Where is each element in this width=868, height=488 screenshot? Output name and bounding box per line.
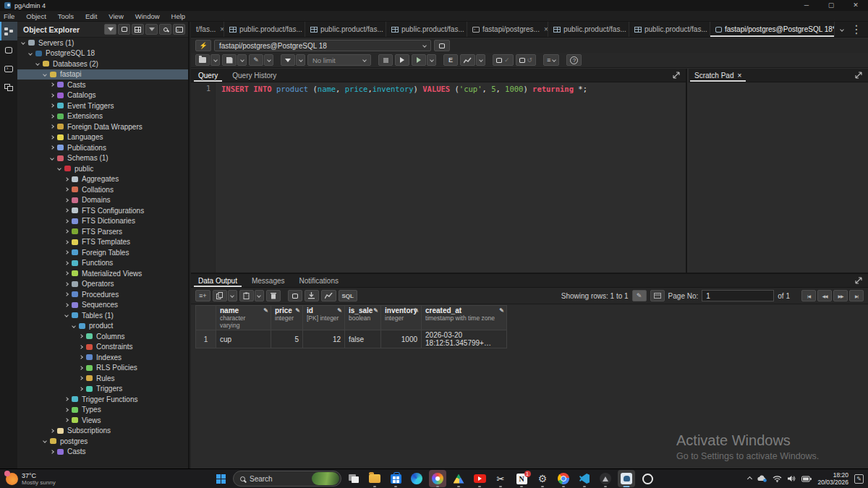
- query-tool-icon[interactable]: [0, 40, 17, 59]
- query-tool-icon[interactable]: [118, 24, 130, 35]
- copy-menu-button[interactable]: [228, 290, 237, 301]
- tree-item-extensions[interactable]: Extensions: [17, 111, 188, 122]
- tab-menu-icon[interactable]: ⋮: [851, 22, 862, 36]
- column-header-is_sale[interactable]: is_saleboolean✎: [345, 306, 381, 330]
- last-page-button[interactable]: ▶|: [849, 290, 864, 301]
- paste-button[interactable]: [239, 290, 254, 301]
- tree-item-fts-configurations[interactable]: FTS Configurations: [17, 205, 188, 216]
- tree-expander-icon[interactable]: [50, 114, 54, 119]
- rollback-button[interactable]: ↺: [516, 54, 537, 66]
- tree-expander-icon[interactable]: [50, 135, 54, 140]
- paste-menu-button[interactable]: [255, 290, 264, 301]
- tree-item-materialized-views[interactable]: Materialized Views: [17, 268, 188, 279]
- tray-overflow-icon[interactable]: [747, 476, 752, 481]
- tree-expander-icon[interactable]: [64, 187, 69, 192]
- tree-expander-icon[interactable]: [64, 271, 69, 275]
- expand-icon[interactable]: [855, 69, 862, 82]
- tree-expander-icon[interactable]: [64, 397, 69, 401]
- tree-item-foreign-tables[interactable]: Foreign Tables: [17, 247, 188, 258]
- microsoft-store-icon[interactable]: [387, 470, 404, 487]
- cell-id[interactable]: 12: [303, 330, 345, 348]
- edit-column-icon[interactable]: ✎: [337, 307, 342, 314]
- tree-expander-icon[interactable]: [21, 40, 25, 45]
- tree-expander-icon[interactable]: [28, 51, 33, 56]
- query-tool-tab-5[interactable]: public.product/fas...×: [548, 22, 629, 37]
- open-file-menu-button[interactable]: [210, 54, 220, 66]
- row-limit-select[interactable]: No limit: [307, 54, 371, 66]
- tree-item-indexes[interactable]: Indexes: [17, 352, 188, 363]
- query-tool-tab-0[interactable]: t/fas...×: [191, 22, 224, 37]
- google-drive-icon[interactable]: [450, 470, 467, 487]
- tree-expander-icon[interactable]: [64, 418, 69, 422]
- tab-query[interactable]: Query: [191, 69, 225, 82]
- page-number-input[interactable]: [702, 290, 774, 301]
- tree-expander-icon[interactable]: [64, 292, 69, 296]
- tree-expander-icon[interactable]: [43, 439, 47, 443]
- psql-tool-icon[interactable]: [0, 59, 17, 78]
- tree-item-sequences[interactable]: Sequences: [17, 300, 188, 311]
- tree-item-rules[interactable]: Rules: [17, 373, 188, 384]
- open-file-button[interactable]: [195, 54, 210, 66]
- tree-item-servers-1-[interactable]: Servers (1): [17, 38, 188, 48]
- tree-expander-icon[interactable]: [79, 387, 83, 391]
- save-menu-button[interactable]: [237, 54, 247, 66]
- menu-edit[interactable]: Edit: [80, 11, 103, 22]
- commit-button[interactable]: ✓: [493, 54, 514, 66]
- tree-expander-icon[interactable]: [50, 145, 54, 150]
- execute-options-button[interactable]: [427, 54, 436, 66]
- graph-visualiser-button[interactable]: [321, 290, 336, 301]
- explain-analyze-button[interactable]: [460, 54, 475, 66]
- tree-expander-icon[interactable]: [57, 166, 61, 171]
- explain-button[interactable]: E: [443, 54, 458, 66]
- help-button[interactable]: ?: [566, 54, 582, 66]
- task-view-icon[interactable]: [345, 470, 362, 487]
- macros-button[interactable]: ≡: [543, 54, 559, 66]
- edit-menu-button[interactable]: [264, 54, 273, 66]
- tree-item-aggregates[interactable]: Aggregates: [17, 174, 188, 185]
- tree-expander-icon[interactable]: [72, 324, 76, 328]
- query-tool-tab-1[interactable]: public.product/fas...×: [224, 22, 305, 37]
- wifi-icon[interactable]: [773, 475, 782, 482]
- tree-item-schemas-1-[interactable]: Schemas (1): [17, 153, 188, 164]
- save-data-button[interactable]: [288, 290, 302, 301]
- tree-expander-icon[interactable]: [43, 72, 47, 77]
- tree-expander-icon[interactable]: [50, 156, 54, 160]
- cancel-query-button[interactable]: [378, 54, 393, 66]
- close-button[interactable]: ✕: [843, 0, 868, 11]
- tree-item-trigger-functions[interactable]: Trigger Functions: [17, 394, 188, 405]
- first-page-button[interactable]: |◀: [801, 290, 816, 301]
- tree-expander-icon[interactable]: [64, 408, 69, 412]
- tree-expander-icon[interactable]: [64, 303, 69, 307]
- sql-editor[interactable]: 1 INSERT INTO product (name, price,inven…: [191, 82, 686, 273]
- table-row[interactable]: 1cup512false10002026-03-20 18:12:51.3457…: [196, 330, 507, 348]
- onedrive-icon[interactable]: [757, 475, 767, 482]
- object-explorer-icon[interactable]: [0, 22, 17, 40]
- download-button[interactable]: [305, 290, 319, 301]
- menu-view[interactable]: View: [103, 11, 129, 22]
- tab-notifications[interactable]: Notifications: [292, 274, 346, 287]
- tree-item-views[interactable]: Views: [17, 415, 188, 426]
- copy-button[interactable]: [213, 290, 227, 301]
- execute-button[interactable]: [395, 54, 409, 66]
- notion-icon[interactable]: N1: [513, 470, 530, 487]
- schema-diff-icon[interactable]: [0, 78, 17, 97]
- show-sql-button[interactable]: SQL: [339, 290, 357, 301]
- edge-icon[interactable]: [408, 470, 425, 487]
- tree-expander-icon[interactable]: [50, 82, 54, 87]
- tree-expander-icon[interactable]: [64, 198, 69, 202]
- save-button[interactable]: [222, 54, 237, 66]
- tree-item-foreign-data-wrappers[interactable]: Foreign Data Wrappers: [17, 121, 188, 132]
- edit-data-button[interactable]: ✎: [632, 290, 647, 301]
- tree-item-constraints[interactable]: Constraints: [17, 342, 188, 353]
- battery-icon[interactable]: [801, 476, 812, 482]
- cell-inventory[interactable]: 1000: [381, 330, 422, 348]
- add-row-button[interactable]: ≡+: [195, 290, 210, 301]
- tree-item-catalogs[interactable]: Catalogs: [17, 90, 188, 101]
- weather-widget[interactable]: 37°C Mostly sunny: [0, 472, 130, 486]
- tree-item-fts-templates[interactable]: FTS Templates: [17, 237, 188, 248]
- expand-icon[interactable]: [673, 69, 680, 82]
- column-header-name[interactable]: namecharacter varying✎: [216, 306, 271, 330]
- scratch-pad-editor[interactable]: [689, 82, 868, 273]
- tree-expander-icon[interactable]: [79, 334, 83, 338]
- vscode-icon[interactable]: [576, 470, 593, 487]
